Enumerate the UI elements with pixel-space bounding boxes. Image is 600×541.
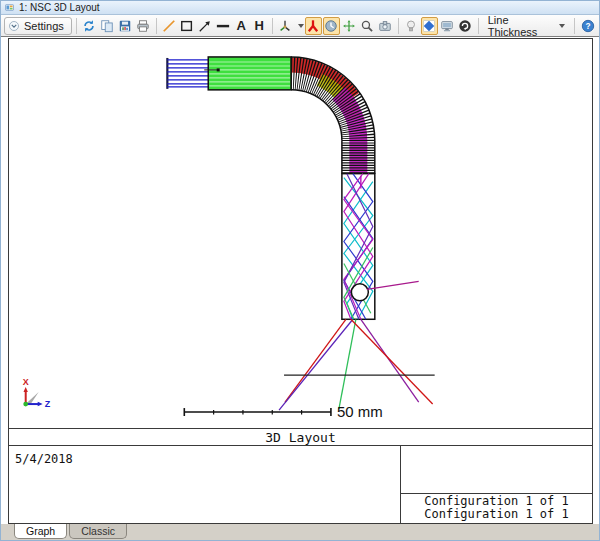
text-h-button[interactable]: H [251,17,268,35]
light-pipe-entry-segment [204,57,291,90]
layout-title-band: 3D Layout [9,428,592,446]
lightbulb-button[interactable] [403,17,420,35]
layout-title: 3D Layout [265,430,335,445]
real-time-icon [324,19,338,33]
fly-through-button[interactable] [305,17,322,35]
copy-icon [100,19,114,33]
axis-orientation-button[interactable] [277,17,294,35]
draw-line-button[interactable] [161,17,178,35]
lightbulb-icon [404,19,418,33]
refresh-button[interactable] [81,17,98,35]
window-icon [4,3,15,12]
light-pipe-bend [291,57,375,174]
camera-icon [378,19,392,33]
print-icon [136,19,150,33]
save-icon [118,19,132,33]
draw-thick-line-icon [216,19,230,33]
settings-button[interactable]: Settings [4,17,72,35]
draw-thick-line-button[interactable] [215,17,232,35]
detector-circle [351,284,368,301]
tab-graph-label: Graph [26,525,55,537]
print-button[interactable] [135,17,152,35]
tab-classic-label: Classic [81,525,115,537]
axis-orientation-icon [278,19,292,33]
light-pipe-vertical-segment [342,174,419,320]
camera-button[interactable] [377,17,394,35]
axis-x-label: X [23,377,29,387]
toolbar-separator [156,18,157,34]
date-cell: 5/4/2018 [9,446,401,523]
fly-through-icon [306,19,320,33]
source-rays [167,58,209,89]
monitor-button[interactable] [439,17,456,35]
configuration-cell: Configuration 1 of 1 Configuration 1 of … [401,446,592,523]
tab-graph[interactable]: Graph [14,524,67,539]
axis-dropdown-caret[interactable] [298,24,304,28]
draw-arrow-icon [198,19,212,33]
pan-icon [342,19,356,33]
toolbar-separator [398,18,399,34]
axis-triad: X Z [23,377,51,409]
toolbar-separator [76,18,77,34]
help-button[interactable]: ? [579,17,596,35]
solid-model-icon [422,19,436,33]
reset-view-icon [458,19,472,33]
graph-viewport[interactable]: 50 mm X Z [9,39,592,428]
text-a-button[interactable]: A [233,17,250,35]
draw-line-icon [162,19,176,33]
help-icon: ? [581,19,595,33]
tab-classic[interactable]: Classic [69,524,127,539]
line-thickness-label: Line Thickness [488,14,556,38]
toolbar: Settings A H Line Thickness ? [1,15,599,37]
draw-rectangle-icon [180,19,194,33]
bottom-tabbar: Graph Classic [1,524,599,541]
axis-z-label: Z [45,399,51,409]
refresh-icon [82,19,96,33]
real-time-button[interactable] [323,17,340,35]
pan-button[interactable] [341,17,358,35]
save-button[interactable] [117,17,134,35]
toolbar-separator [574,18,575,34]
text-a-tool: A [237,18,246,33]
configuration-line-2: Configuration 1 of 1 [401,508,592,521]
draw-arrow-button[interactable] [197,17,214,35]
toolbar-separator [272,18,273,34]
configuration-spacer [401,446,592,494]
layout-frame: 50 mm X Z 3D Layout 5/4/2018 [8,38,593,524]
svg-text:?: ? [585,21,590,31]
window-title: 1: NSC 3D Layout [19,2,100,13]
info-panel: 5/4/2018 Configuration 1 of 1 Configurat… [9,446,592,523]
nsc-3d-layout-window: 1: NSC 3D Layout Settings A H [0,0,600,541]
copy-button[interactable] [99,17,116,35]
zoom-icon [360,19,374,33]
zoom-button[interactable] [359,17,376,35]
settings-chevron-icon [8,20,20,32]
line-thickness-caret [559,24,565,28]
line-thickness-dropdown[interactable]: Line Thickness [483,17,570,35]
solid-model-button[interactable] [421,17,438,35]
draw-rectangle-button[interactable] [179,17,196,35]
date-text: 5/4/2018 [15,452,73,466]
exit-rays [279,319,433,410]
toolbar-separator [478,18,479,34]
settings-label: Settings [24,20,64,32]
reset-view-button[interactable] [457,17,474,35]
scale-label: 50 mm [337,403,383,420]
text-h-tool: H [255,18,264,33]
monitor-icon [440,19,454,33]
